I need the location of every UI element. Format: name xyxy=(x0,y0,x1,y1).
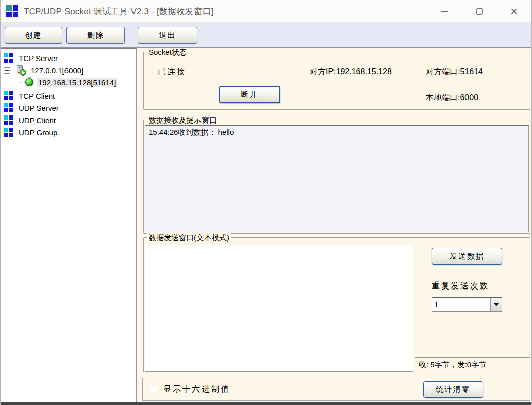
delete-button[interactable]: 删除 xyxy=(66,27,125,44)
toolbar: 创建 删除 退出 xyxy=(1,23,531,48)
hex-checkbox[interactable] xyxy=(150,386,157,393)
exit-button[interactable]: 退出 xyxy=(138,27,197,44)
socket-status-group: Socket状态 已连接 对方IP:192.168.15.128 对方端口:51… xyxy=(143,52,530,110)
repeat-count-value[interactable] xyxy=(432,300,490,309)
tree-item-label: UDP Client xyxy=(17,115,57,125)
create-button[interactable]: 创建 xyxy=(5,27,62,44)
tree-item-label-selected: 192.168.15.128[51614] xyxy=(37,78,117,87)
tree-item-udp-group[interactable]: UDP Group xyxy=(1,126,136,138)
send-input[interactable] xyxy=(145,245,413,372)
receive-legend: 数据接收及提示窗口 xyxy=(147,115,218,125)
clear-stats-button[interactable]: 统计清零 xyxy=(423,381,483,398)
title-bar: TCP/UDP Socket 调试工具 V2.3 - [数据收发窗口] ✕ xyxy=(1,0,531,23)
close-button[interactable]: ✕ xyxy=(497,0,531,23)
hex-checkbox-label[interactable]: 显示十六进制值 xyxy=(163,384,230,395)
four-squares-icon xyxy=(4,53,13,63)
send-legend: 数据发送窗口(文本模式) xyxy=(147,233,231,243)
tree-item-tcp-client[interactable]: TCP Client xyxy=(1,90,136,102)
local-port: 本地端口:6000 xyxy=(426,93,478,103)
send-data-button[interactable]: 发送数据 xyxy=(432,248,502,265)
tree-item-udp-server[interactable]: UDP Server xyxy=(1,102,136,114)
tree-item-local-server[interactable]: 127.0.0.1[6000] xyxy=(1,64,136,76)
receive-log[interactable]: 15:44:26收到数据： hello xyxy=(145,125,529,232)
four-squares-icon xyxy=(4,128,13,137)
tree-item-udp-client[interactable]: UDP Client xyxy=(1,114,136,126)
window-controls: ✕ xyxy=(427,0,531,23)
disconnect-button[interactable]: 断开 xyxy=(219,86,280,103)
chevron-down-icon xyxy=(494,303,499,306)
minimize-icon xyxy=(441,11,448,12)
byte-stats: 收: 5字节，发:0字节 xyxy=(415,357,530,372)
socket-tree: TCP Server 127.0.0.1[6000] 192.168.15.12… xyxy=(1,48,137,402)
tree-item-label: 127.0.0.1[6000] xyxy=(29,66,85,75)
socket-status-legend: Socket状态 xyxy=(147,48,188,57)
tree-item-label: TCP Client xyxy=(17,91,56,101)
tree-connector xyxy=(10,70,14,71)
peer-port: 对方端口:51614 xyxy=(426,67,483,77)
window-title: TCP/UDP Socket 调试工具 V2.3 - [数据收发窗口] xyxy=(24,6,214,17)
send-group: 数据发送窗口(文本模式) 发送数据 重复发送次数 收: 5字节，发:0字节 xyxy=(143,237,530,372)
receive-message: 15:44:26收到数据： hello xyxy=(149,128,525,137)
repeat-count-label: 重复发送次数 xyxy=(432,281,489,292)
tree-item-tcp-server[interactable]: TCP Server xyxy=(1,52,136,64)
connection-icon xyxy=(24,77,34,87)
tree-connector xyxy=(20,82,24,83)
connection-state: 已连接 xyxy=(158,67,186,77)
bottom-bar: 显示十六进制值 统计清零 xyxy=(142,378,530,401)
repeat-count-combobox[interactable] xyxy=(432,297,502,312)
close-icon: ✕ xyxy=(510,7,518,16)
maximize-button[interactable] xyxy=(462,0,497,23)
app-logo-icon xyxy=(6,5,19,18)
app-window: TCP/UDP Socket 调试工具 V2.3 - [数据收发窗口] ✕ 创建… xyxy=(0,0,532,405)
minimize-button[interactable] xyxy=(427,0,462,23)
maximize-icon xyxy=(476,8,483,15)
tree-item-label: UDP Server xyxy=(17,103,60,113)
server-running-icon xyxy=(15,65,26,76)
window-bottom-edge xyxy=(1,402,531,405)
collapse-expander-icon[interactable] xyxy=(4,67,10,74)
combobox-dropdown-button[interactable] xyxy=(490,298,502,311)
four-squares-icon xyxy=(4,91,13,100)
tree-item-remote-client[interactable]: 192.168.15.128[51614] xyxy=(1,76,136,88)
tree-item-label: TCP Server xyxy=(17,53,59,63)
peer-ip: 对方IP:192.168.15.128 xyxy=(310,67,392,77)
data-panel: Socket状态 已连接 对方IP:192.168.15.128 对方端口:51… xyxy=(137,48,532,402)
four-squares-icon xyxy=(4,103,13,112)
four-squares-icon xyxy=(4,115,13,125)
tree-item-label: UDP Group xyxy=(17,128,59,137)
receive-group: 数据接收及提示窗口 15:44:26收到数据： hello xyxy=(143,120,530,234)
